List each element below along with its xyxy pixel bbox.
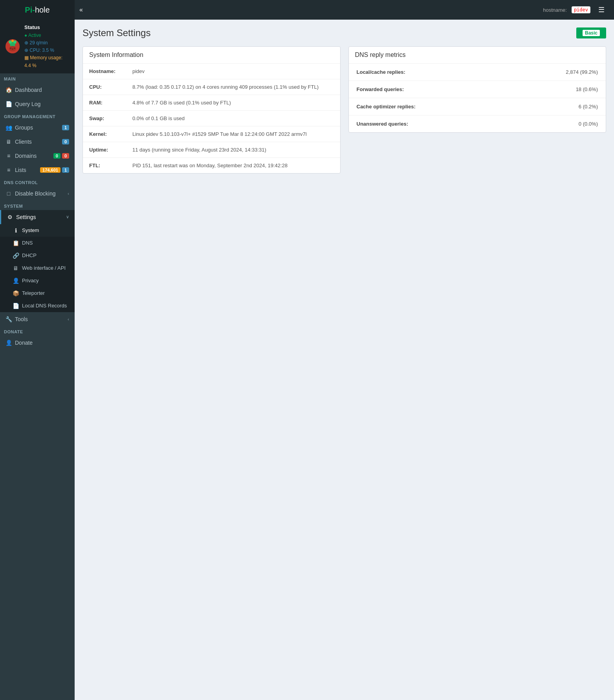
sidebar-item-privacy[interactable]: 👤 Privacy (0, 274, 75, 287)
row-value-ram: 4.8% of 7.7 GB is used (0.1% used by FTL… (126, 95, 340, 111)
lists-badge-orange: 174,601 (40, 167, 60, 173)
sidebar-item-clients[interactable]: 🖥 Clients 0 (0, 135, 75, 149)
table-row: Kernel: Linux pidev 5.10.103-v7l+ #1529 … (83, 126, 340, 142)
row-label-uptime: Uptime: (83, 142, 126, 158)
settings-icon: ⚙ (7, 214, 13, 220)
chevron-down-icon: ∨ (66, 214, 69, 219)
svg-point-7 (12, 48, 13, 50)
table-row: Uptime: 11 days (running since Friday, A… (83, 142, 340, 158)
table-row: Unanswered queries: 0 (0.0%) (349, 115, 606, 133)
metric-value-forwarded: 18 (0.6%) (506, 81, 606, 98)
sidebar-item-web-interface[interactable]: 🖥 Web interface / API (0, 262, 75, 274)
sidebar-item-query-log[interactable]: 📄 Query Log (0, 97, 75, 111)
home-icon: 🏠 (5, 87, 12, 93)
domains-badge-red: 0 (62, 153, 69, 159)
file-icon: 📄 (5, 101, 12, 107)
navbar-menu-button[interactable]: ☰ (595, 2, 608, 17)
metric-label-unanswered: Unanswered queries: (349, 115, 506, 133)
sidebar-label-tools: Tools (15, 316, 68, 322)
row-label-cpu: CPU: (83, 79, 126, 95)
brand-text-pre: Pi- (25, 5, 35, 15)
sidebar-label-teleporter: Teleporter (22, 290, 69, 296)
sidebar-label-lists: Lists (15, 167, 38, 173)
top-navbar: Pi-hole « hostname: pidev ☰ (0, 0, 614, 20)
sidebar-label-clients: Clients (15, 139, 60, 145)
sidebar-label-disable-blocking: Disable Blocking (15, 190, 68, 197)
sidebar-status-memory: ▦ Memory usage: 4.4 % (24, 54, 70, 69)
sidebar-item-system[interactable]: ℹ System (0, 224, 75, 237)
metric-label-local: Local/cache replies: (349, 64, 506, 81)
sidebar-section-main: MAIN (0, 73, 75, 83)
metric-label-cache-optimizer: Cache optimizer replies: (349, 98, 506, 115)
page-header: System Settings Basic (82, 27, 606, 38)
row-value-kernel: Linux pidev 5.10.103-v7l+ #1529 SMP Tue … (126, 126, 340, 142)
system-info-card-body: Hostname: pidev CPU: 8.7% (load: 0.35 0.… (83, 64, 340, 173)
main-content: System Settings Basic System Information… (75, 20, 614, 700)
basic-toggle-button[interactable]: Basic (576, 27, 606, 38)
sidebar-item-teleporter[interactable]: 📦 Teleporter (0, 287, 75, 300)
sidebar-label-settings: Settings (16, 214, 66, 220)
domains-icon: ≡ (5, 153, 12, 159)
row-label-ram: RAM: (83, 95, 126, 111)
svg-point-4 (11, 40, 14, 42)
sidebar-item-groups[interactable]: 👥 Groups 1 (0, 121, 75, 135)
tools-icon: 🔧 (5, 316, 12, 322)
settings-submenu: ℹ System 📋 DNS 🔗 DHCP 🖥 Web interface / … (0, 224, 75, 312)
sidebar-label-dns: DNS (22, 240, 69, 246)
system-info-card: System Information Hostname: pidev CPU: … (82, 46, 341, 174)
sidebar-item-disable-blocking[interactable]: □ Disable Blocking ‹ (0, 186, 75, 201)
sidebar-label-privacy: Privacy (22, 278, 69, 283)
sidebar-section-group-mgmt: GROUP MANAGEMENT (0, 111, 75, 121)
row-value-ftl: PID 151, last restart was on Monday, Sep… (126, 158, 340, 174)
metric-label-forwarded: Forwarded queries: (349, 81, 506, 98)
dhcp-icon: 🔗 (13, 252, 19, 259)
sidebar-status-active: ● Active (24, 32, 70, 39)
brand-text-post: hole (35, 5, 50, 15)
groups-badge: 1 (62, 125, 69, 130)
sidebar-section-system: SYSTEM (0, 201, 75, 210)
sidebar: Status ● Active ⊕ 29 q/min ⊕ CPU: 3.5 % … (0, 20, 75, 700)
sidebar-label-web-interface: Web interface / API (22, 265, 69, 271)
table-row: RAM: 4.8% of 7.7 GB is used (0.1% used b… (83, 95, 340, 111)
brand-logo[interactable]: Pi-hole (0, 0, 75, 20)
sidebar-item-lists[interactable]: ≡ Lists 174,601 1 (0, 163, 75, 177)
sidebar-item-dhcp[interactable]: 🔗 DHCP (0, 249, 75, 262)
sidebar-section-dns-control: DNS CONTROL (0, 177, 75, 186)
dns-metrics-card-body: Local/cache replies: 2,874 (99.2%) Forwa… (349, 64, 606, 132)
sidebar-item-dashboard[interactable]: 🏠 Dashboard (0, 83, 75, 97)
sidebar-item-donate[interactable]: 👤 Donate (0, 336, 75, 350)
row-value-cpu: 8.7% (load: 0.35 0.17 0.12) on 4 cores r… (126, 79, 340, 95)
web-icon: 🖥 (13, 265, 19, 271)
lists-icon: ≡ (5, 167, 12, 173)
row-label-ftl: FTL: (83, 158, 126, 174)
sidebar-item-domains[interactable]: ≡ Domains 0 0 (0, 149, 75, 163)
dns-metrics-card-header: DNS reply metrics (349, 47, 606, 64)
sidebar-item-dns[interactable]: 📋 DNS (0, 237, 75, 249)
metric-value-unanswered: 0 (0.0%) (506, 115, 606, 133)
sidebar-label-dhcp: DHCP (22, 252, 69, 258)
metric-value-cache-optimizer: 6 (0.2%) (506, 98, 606, 115)
donate-icon: 👤 (5, 340, 12, 346)
system-icon: ℹ (13, 227, 19, 234)
system-info-card-header: System Information (83, 47, 340, 64)
sidebar-label-dashboard: Dashboard (15, 87, 69, 93)
metric-value-local: 2,874 (99.2%) (506, 64, 606, 81)
basic-toggle-indicator: Basic (583, 30, 600, 36)
hostname-badge: pidev (572, 6, 590, 13)
sidebar-item-local-dns[interactable]: 📄 Local DNS Records (0, 300, 75, 312)
sidebar-label-system: System (22, 227, 69, 233)
local-dns-icon: 📄 (13, 303, 19, 309)
row-value-hostname: pidev (126, 64, 340, 79)
system-info-table: Hostname: pidev CPU: 8.7% (load: 0.35 0.… (83, 64, 340, 173)
row-value-uptime: 11 days (running since Friday, August 23… (126, 142, 340, 158)
dns-metrics-card: DNS reply metrics Local/cache replies: 2… (348, 46, 607, 133)
hostname-label: hostname: (543, 7, 567, 13)
sidebar-item-settings[interactable]: ⚙ Settings ∨ (0, 210, 75, 224)
toggle-sidebar-button[interactable]: « (75, 3, 88, 16)
table-row: Forwarded queries: 18 (0.6%) (349, 81, 606, 98)
svg-point-2 (9, 40, 12, 44)
cards-row: System Information Hostname: pidev CPU: … (82, 46, 606, 174)
svg-point-8 (14, 48, 15, 49)
sidebar-item-tools[interactable]: 🔧 Tools ‹ (0, 312, 75, 326)
sidebar-label-query-log: Query Log (15, 101, 69, 107)
